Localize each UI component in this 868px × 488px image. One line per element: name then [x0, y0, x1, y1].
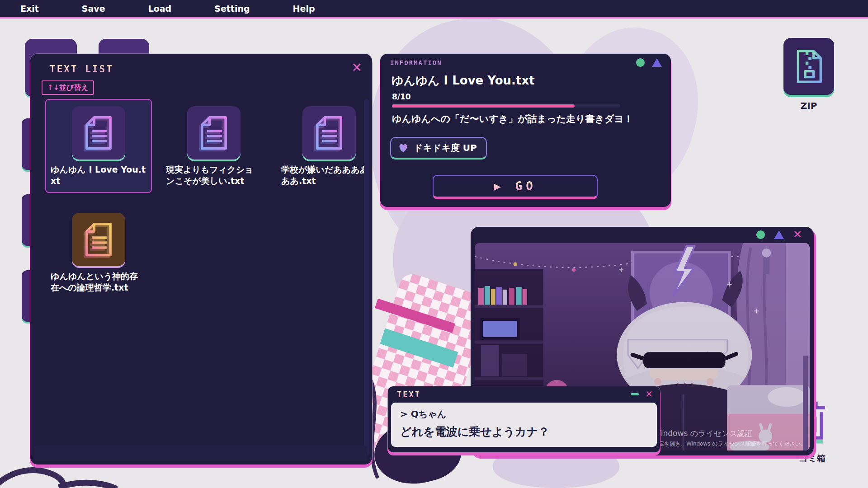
file-name: 学校が嫌いだああああああ.txt	[281, 164, 377, 187]
text-file-icon	[72, 213, 125, 266]
close-icon[interactable]: ✕	[793, 230, 802, 239]
dokidoki-badge: ドキドキ度 UP	[390, 137, 487, 160]
restore-icon[interactable]	[652, 58, 662, 67]
zip-file-icon[interactable]	[783, 38, 834, 95]
menu-bar: Exit Save Load Setting Help	[0, 0, 868, 19]
selected-file-title: ゆんゆん I Love You.txt	[392, 73, 535, 89]
file-name: ゆんゆんという神的存在への論理哲学.txt	[51, 271, 146, 293]
dialog-message: どれを電波に乗せようカナ？	[400, 424, 648, 439]
window-controls: ✕	[756, 230, 802, 239]
menu-item-load[interactable]: Load	[148, 4, 172, 14]
file-name: ゆんゆん I Love You.txt	[51, 164, 146, 187]
file-tile-2[interactable]: 現実よりもフィクションこそが美しい.txt	[160, 99, 267, 193]
window-controls: ✕	[631, 390, 653, 399]
file-name: 現実よりもフィクションこそが美しい.txt	[166, 164, 262, 187]
progress-fill	[392, 104, 575, 108]
information-window: INFORMATION ゆんゆん I Love You.txt 8/10 ゆんゆ…	[380, 54, 671, 207]
menu-item-help[interactable]: Help	[293, 4, 315, 14]
dialog-speaker: > Qちゃん	[400, 408, 648, 420]
window-title: INFORMATION	[390, 59, 442, 66]
text-dialog-window: TEXT ✕ > Qちゃん どれを電波に乗せようカナ？	[388, 386, 660, 452]
zip-glyph-icon	[790, 47, 828, 85]
menu-item-save[interactable]: Save	[82, 4, 105, 14]
progress-bar	[392, 104, 620, 108]
heart-icon	[397, 142, 409, 154]
file-tile-4[interactable]: ゆんゆんという神的存在への論理哲学.txt	[45, 206, 152, 300]
text-file-icon	[302, 106, 356, 160]
horizontal-scrollbar[interactable]	[34, 446, 368, 461]
sort-button[interactable]: ↑↓並び替え	[42, 80, 94, 95]
file-description: ゆんゆんへの「だ〜いすき」が詰まった走り書きダヨ！	[392, 113, 659, 125]
rating-label: 8/10	[392, 92, 411, 101]
window-title: TEXT LIST	[50, 64, 113, 75]
go-button-label: ▶ GO	[494, 179, 537, 193]
menu-item-exit[interactable]: Exit	[20, 4, 39, 14]
maximize-icon[interactable]	[636, 58, 645, 67]
close-icon[interactable]: ✕	[352, 60, 362, 75]
menu-item-setting[interactable]: Setting	[214, 4, 250, 14]
badge-label: ドキドキ度 UP	[414, 142, 477, 154]
minimize-icon[interactable]	[631, 393, 639, 395]
restore-icon[interactable]	[774, 230, 784, 239]
windows-activation-watermark: Windows のライセンス認証 設定を開き、Windows のライセンス認証を…	[653, 428, 806, 448]
close-icon[interactable]: ✕	[645, 390, 653, 399]
text-file-icon	[187, 106, 241, 160]
maximize-icon[interactable]	[756, 230, 765, 239]
dialog-body[interactable]: > Qちゃん どれを電波に乗せようカナ？	[391, 403, 657, 447]
zip-icon-label: ZIP	[783, 100, 834, 111]
watermark-line1: Windows のライセンス認証	[653, 428, 806, 439]
text-list-window: TEXT LIST ✕ ↑↓並び替え ゆんゆん I Love You.txt現実…	[30, 54, 372, 465]
file-tile-1[interactable]: ゆんゆん I Love You.txt	[45, 99, 152, 193]
watermark-line2: 設定を開き、Windows のライセンス認証を行ってください。	[653, 440, 806, 448]
go-button[interactable]: ▶ GO	[433, 175, 598, 199]
vertical-scrollbar[interactable]	[364, 99, 369, 456]
window-controls	[636, 58, 662, 67]
window-title: TEXT	[397, 390, 421, 399]
text-file-icon	[72, 106, 125, 160]
